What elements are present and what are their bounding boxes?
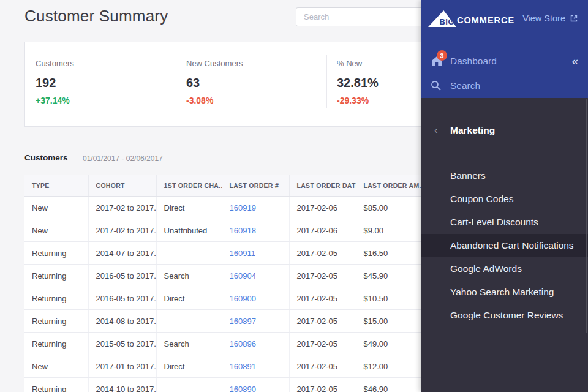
cell-order: 160896 xyxy=(222,333,289,355)
order-link[interactable]: 160890 xyxy=(230,385,256,392)
cell-date: 2017-02-05 xyxy=(289,265,356,287)
logo-sail-icon: BIG xyxy=(428,10,456,27)
nav-dashboard[interactable]: 3 Dashboard « xyxy=(421,51,588,72)
cell-channel: Unattributed xyxy=(156,219,222,242)
cell-type: Returning xyxy=(24,242,88,265)
cell-order: 160911 xyxy=(222,242,289,265)
marketing-menu: BannersCoupon CodesCart-Level DiscountsA… xyxy=(421,164,588,327)
table-body: New2017-02 to 2017...Direct1609192017-02… xyxy=(24,197,447,392)
cell-channel: – xyxy=(156,378,222,392)
customers-table: TYPECOHORT1ST ORDER CHA...LAST ORDER #LA… xyxy=(24,175,447,392)
sidebar-item-cart-level-discounts[interactable]: Cart-Level Discounts xyxy=(421,211,588,234)
sidebar-item-coupon-codes[interactable]: Coupon Codes xyxy=(421,187,588,211)
stat-new-customers: New Customers 63 -3.08% xyxy=(176,42,326,126)
cell-cohort: 2016-05 to 2017... xyxy=(88,287,156,310)
cell-cohort: 2017-02 to 2017... xyxy=(88,197,156,219)
table-row: Returning2014-07 to 2017...–1609112017-0… xyxy=(24,242,447,265)
table-row: Returning2016-05 to 2017...Search1609042… xyxy=(24,265,447,287)
cell-cohort: 2014-08 to 2017... xyxy=(88,310,156,333)
sidebar-item-google-adwords[interactable]: Google AdWords xyxy=(421,257,588,281)
cell-type: Returning xyxy=(24,287,88,310)
view-store-link[interactable]: View Store xyxy=(522,13,578,23)
order-link[interactable]: 160891 xyxy=(230,362,256,371)
cell-type: Returning xyxy=(24,378,88,392)
column-header-last-order-date[interactable]: LAST ORDER DATE xyxy=(289,175,356,197)
marketing-title: Marketing xyxy=(450,125,495,136)
cell-cohort: 2017-02 to 2017... xyxy=(88,219,156,242)
sidebar-item-google-customer-reviews[interactable]: Google Customer Reviews xyxy=(421,304,588,327)
order-link[interactable]: 160900 xyxy=(230,294,256,303)
cell-type: New xyxy=(24,219,88,242)
collapse-sidebar-icon[interactable]: « xyxy=(571,53,578,69)
cell-type: New xyxy=(24,197,88,219)
order-link[interactable]: 160896 xyxy=(230,339,256,349)
cell-type: Returning xyxy=(24,310,88,333)
order-link[interactable]: 160918 xyxy=(230,226,256,235)
stat-delta: -3.08% xyxy=(186,96,326,105)
stat-value: 192 xyxy=(36,76,176,90)
column-header-cohort[interactable]: COHORT xyxy=(88,175,156,197)
cell-channel: Direct xyxy=(156,355,222,378)
table-row: Returning2016-05 to 2017...Direct1609002… xyxy=(24,287,447,310)
order-link[interactable]: 160904 xyxy=(230,271,256,281)
cell-order: 160890 xyxy=(222,378,289,392)
stat-value: 63 xyxy=(186,76,326,90)
cell-channel: Direct xyxy=(156,197,222,219)
cell-order: 160919 xyxy=(222,197,289,219)
column-header-type[interactable]: TYPE xyxy=(24,175,88,197)
cell-cohort: 2016-05 to 2017... xyxy=(88,265,156,287)
dashboard-label: Dashboard xyxy=(450,56,497,67)
cell-order: 160904 xyxy=(222,265,289,287)
stat-delta: +37.14% xyxy=(36,96,176,105)
cell-order: 160897 xyxy=(222,310,289,333)
table-row: Returning2014-08 to 2017...–1608972017-0… xyxy=(24,310,447,333)
stat-customers: Customers 192 +37.14% xyxy=(25,42,176,126)
order-link[interactable]: 160919 xyxy=(230,203,256,213)
order-link[interactable]: 160897 xyxy=(230,317,256,326)
cell-date: 2017-02-06 xyxy=(289,219,356,242)
column-header-1st-order-cha[interactable]: 1ST ORDER CHA... xyxy=(156,175,222,197)
marketing-section-header[interactable]: ‹ Marketing xyxy=(421,123,588,140)
bigcommerce-logo[interactable]: BIG COMMERCE xyxy=(428,10,514,27)
view-store-label: View Store xyxy=(522,13,565,23)
cell-channel: – xyxy=(156,310,222,333)
cell-channel: Search xyxy=(156,265,222,287)
nav-search[interactable]: Search xyxy=(421,76,588,97)
table-section-title: Customers xyxy=(24,153,68,162)
order-link[interactable]: 160911 xyxy=(230,249,255,258)
cell-date: 2017-02-05 xyxy=(289,287,356,310)
cell-cohort: 2015-05 to 2017... xyxy=(88,333,156,355)
logo-commerce-text: COMMERCE xyxy=(457,15,514,25)
date-range: 01/01/2017 - 02/06/2017 xyxy=(83,154,163,163)
table-row: New2017-02 to 2017...Unattributed1609182… xyxy=(24,219,447,242)
cell-date: 2017-02-05 xyxy=(289,378,356,392)
sidebar-item-banners[interactable]: Banners xyxy=(421,164,588,187)
table-row: New2017-02 to 2017...Direct1609192017-02… xyxy=(24,197,447,219)
stat-label: Customers xyxy=(36,59,176,68)
cell-order: 160900 xyxy=(222,287,289,310)
sidebar-item-abandoned-cart-notifications[interactable]: Abandoned Cart Notifications xyxy=(421,234,588,257)
cell-date: 2017-02-05 xyxy=(289,333,356,355)
table-row: New2017-01 to 2017...Direct1608912017-02… xyxy=(24,355,447,378)
sidebar-item-yahoo-search-marketing[interactable]: Yahoo Search Marketing xyxy=(421,281,588,304)
cell-order: 160918 xyxy=(222,219,289,242)
cell-date: 2017-02-05 xyxy=(289,242,356,265)
column-header-last-order[interactable]: LAST ORDER # xyxy=(222,175,289,197)
table-row: Returning2014-10 to 2017...–1608902017-0… xyxy=(24,378,447,392)
table-header-row: TYPECOHORT1ST ORDER CHA...LAST ORDER #LA… xyxy=(24,175,447,197)
search-nav-label: Search xyxy=(450,80,480,91)
stats-card: Customers 192 +37.14% New Customers 63 -… xyxy=(24,42,447,127)
cell-order: 160891 xyxy=(222,355,289,378)
sidebar-header: BIG COMMERCE View Store 3 Dashboard « xyxy=(421,0,588,98)
cell-cohort: 2014-10 to 2017... xyxy=(88,378,156,392)
cell-channel: – xyxy=(156,242,222,265)
sidebar-scrollbar[interactable] xyxy=(586,99,587,333)
external-link-icon xyxy=(570,14,578,23)
sidebar: BIG COMMERCE View Store 3 Dashboard « xyxy=(421,0,588,392)
chevron-left-icon[interactable]: ‹ xyxy=(434,124,438,137)
cell-type: New xyxy=(24,355,88,378)
cell-type: Returning xyxy=(24,265,88,287)
cell-channel: Direct xyxy=(156,287,222,310)
cell-type: Returning xyxy=(24,333,88,355)
stat-label: New Customers xyxy=(186,59,326,68)
